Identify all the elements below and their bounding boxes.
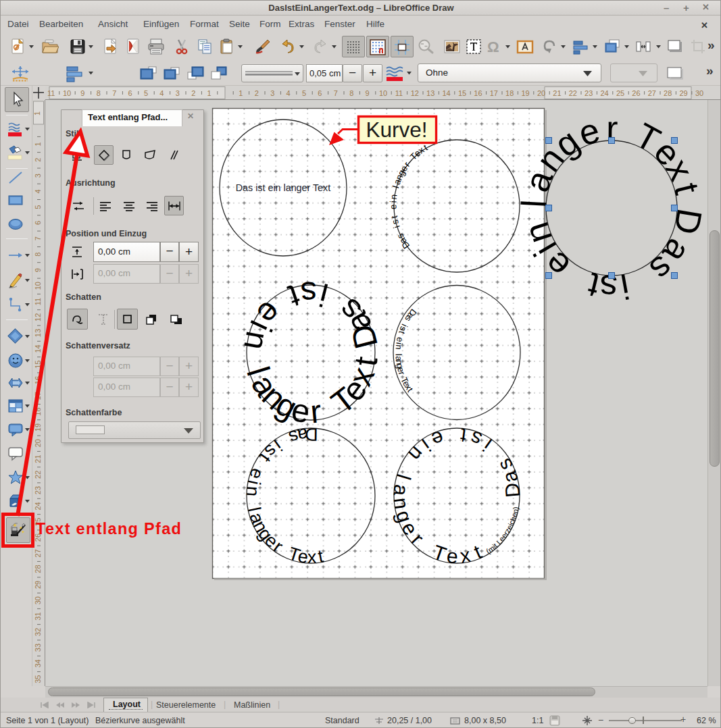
svg-text:Text entlang Pfad: Text entlang Pfad: [36, 520, 182, 538]
svg-text:Kurve!: Kurve!: [366, 118, 427, 142]
